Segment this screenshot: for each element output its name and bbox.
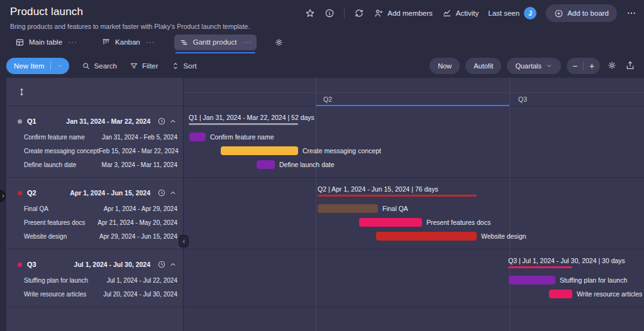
task-row[interactable]: Create messaging conceptFeb 15, 2024 - M… <box>6 144 183 158</box>
group-row-q1[interactable]: Q1Jan 31, 2024 - Mar 22, 2024 <box>6 112 183 130</box>
panel-expand-toggle[interactable] <box>0 190 6 202</box>
group-row-q2[interactable]: Q2Apr 1, 2024 - Jun 15, 2024 <box>6 184 183 202</box>
chevron-up-icon[interactable] <box>169 188 177 197</box>
search-button[interactable]: Search <box>82 62 117 70</box>
favorite-button[interactable] <box>305 8 315 18</box>
filter-button[interactable]: Filter <box>130 62 158 70</box>
task-dates: Apr 1, 2024 - Apr 29, 2024 <box>104 205 177 212</box>
chart-task-row: Write resource articles <box>184 287 644 301</box>
panel-body: Q1Jan 31, 2024 - Mar 22, 2024Confirm fea… <box>6 106 183 307</box>
gantt-bar-label: Confirm feature name <box>210 133 274 141</box>
gantt-bar-label: Stuffing plan for launch <box>560 276 627 285</box>
gantt-settings-button[interactable] <box>606 59 618 73</box>
chart-task-row: Stuffing plan for launch <box>184 273 644 287</box>
row-height-button[interactable] <box>17 87 26 97</box>
sort-button[interactable]: Sort <box>171 62 197 70</box>
export-button[interactable] <box>624 59 636 73</box>
gantt-bar[interactable] <box>257 160 275 169</box>
gantt-bar[interactable] <box>359 218 422 227</box>
gantt-bar-label: Create messaging concept <box>303 146 381 155</box>
task-row[interactable]: Write resource articlesJul 20, 2024 - Ju… <box>6 287 183 301</box>
clock-icon <box>157 117 166 126</box>
gantt-bar[interactable] <box>509 276 555 285</box>
gantt-bar[interactable] <box>376 232 477 241</box>
filter-label: Filter <box>142 62 158 70</box>
group-summary-bar[interactable] <box>189 123 298 125</box>
gantt-bar-label: Final QA <box>382 204 408 213</box>
add-members-label: Add members <box>387 9 433 17</box>
task-row[interactable]: Present features docsApr 21, 2024 - May … <box>6 215 183 229</box>
group-summary-bar[interactable] <box>508 266 572 268</box>
panel-group-section: Q1Jan 31, 2024 - Mar 22, 2024Confirm fea… <box>6 106 183 178</box>
tab-label: Kanban <box>115 38 140 46</box>
tab-menu-icon[interactable]: ··· <box>68 38 77 46</box>
share-icon <box>625 60 635 70</box>
task-row[interactable]: Stuffing plan for launchJul 1, 2024 - Ju… <box>6 273 183 287</box>
group-dates: Jul 1, 2024 - Jul 30, 2024 <box>74 261 150 268</box>
task-name: Stuffing plan for launch <box>24 277 88 284</box>
now-button[interactable]: Now <box>430 58 460 74</box>
timeline-divider <box>184 92 644 93</box>
chevron-up-icon[interactable] <box>169 260 177 269</box>
sync-button[interactable] <box>354 8 364 18</box>
add-members-button[interactable]: Add members <box>374 8 433 18</box>
group-summary-label[interactable]: Q1 | Jan 31, 2024 - Mar 22, 2024 | 52 da… <box>189 114 314 121</box>
last-seen-label: Last seen <box>488 9 519 17</box>
gantt-bar[interactable] <box>318 204 378 213</box>
activity-button[interactable]: Activity <box>442 8 479 18</box>
gantt-view-icon <box>179 38 189 47</box>
info-button[interactable] <box>325 8 335 18</box>
chart-task-row: Website design <box>184 229 644 243</box>
tab-kanban[interactable]: Kanban··· <box>96 35 160 50</box>
task-name: Confirm feature name <box>24 134 85 141</box>
task-row[interactable]: Confirm feature nameJan 31, 2024 - Feb 5… <box>6 130 183 144</box>
chevron-up-icon[interactable] <box>169 117 177 126</box>
activity-label: Activity <box>456 9 479 17</box>
activity-chart-icon <box>442 8 452 18</box>
add-to-board-button[interactable]: Add to board <box>546 4 617 22</box>
task-row[interactable]: Website designApr 29, 2024 - Jun 15, 202… <box>6 229 183 243</box>
item-list-panel: Q1Jan 31, 2024 - Mar 22, 2024Confirm fea… <box>6 78 184 331</box>
task-name: Define launch date <box>24 161 76 168</box>
avatar[interactable]: J <box>524 7 536 19</box>
tab-gantt-product[interactable]: Gantt product··· <box>174 35 257 50</box>
chart-task-row: Create messaging concept <box>184 144 644 158</box>
scale-select[interactable]: Quartals <box>507 58 561 74</box>
group-color-dot <box>18 191 22 195</box>
new-item-button[interactable]: New Item <box>6 58 69 74</box>
gantt-bar[interactable] <box>221 146 298 155</box>
chart-body: Q1 | Jan 31, 2024 - Mar 22, 2024 | 52 da… <box>184 106 644 307</box>
group-name: Q1 <box>27 117 36 125</box>
tab-menu-icon[interactable]: ··· <box>146 38 155 46</box>
gantt-bar[interactable] <box>549 290 572 298</box>
add-to-board-label: Add to board <box>567 9 609 17</box>
task-row[interactable]: Final QAApr 1, 2024 - Apr 29, 2024 <box>6 202 183 215</box>
group-summary-bar[interactable] <box>318 195 477 197</box>
group-summary-label[interactable]: Q3 | Jul 1, 2024 - Jul 30, 2024 | 30 day… <box>508 257 625 264</box>
more-menu-button[interactable] <box>626 8 636 18</box>
group-summary-label[interactable]: Q2 | Apr 1, 2024 - Jun 15, 2024 | 76 day… <box>318 185 438 193</box>
views-settings-button[interactable] <box>274 38 284 47</box>
tab-main-table[interactable]: Main table··· <box>10 35 82 50</box>
task-name: Final QA <box>24 205 48 212</box>
zoom-in-button[interactable]: + <box>584 58 600 74</box>
panel-collapse-handle[interactable] <box>179 235 189 247</box>
chevron-right-icon <box>1 193 6 198</box>
autofit-button[interactable]: Autofit <box>465 58 501 74</box>
group-row-q3[interactable]: Q3Jul 1, 2024 - Jul 30, 2024 <box>6 256 183 273</box>
task-name: Create messaging concept <box>24 148 99 155</box>
tab-menu-icon[interactable]: ··· <box>242 38 252 46</box>
gear-icon <box>607 60 617 70</box>
chevron-down-icon <box>56 62 64 70</box>
scale-value: Quartals <box>515 62 541 70</box>
gantt-bar[interactable] <box>189 133 206 141</box>
new-item-dropdown[interactable] <box>50 62 69 70</box>
zoom-out-button[interactable]: − <box>567 58 583 74</box>
task-dates: Apr 21, 2024 - May 20, 2024 <box>97 219 177 226</box>
task-dates: Apr 29, 2024 - Jun 15, 2024 <box>99 233 177 240</box>
task-row[interactable]: Define launch dateMar 3, 2024 - Mar 11, … <box>6 158 183 171</box>
clock-icon <box>157 188 166 197</box>
group-dates: Apr 1, 2024 - Jun 15, 2024 <box>70 189 150 197</box>
clock-icon <box>157 260 166 269</box>
header-actions: Add members Activity Last seen J Add to … <box>305 5 636 21</box>
